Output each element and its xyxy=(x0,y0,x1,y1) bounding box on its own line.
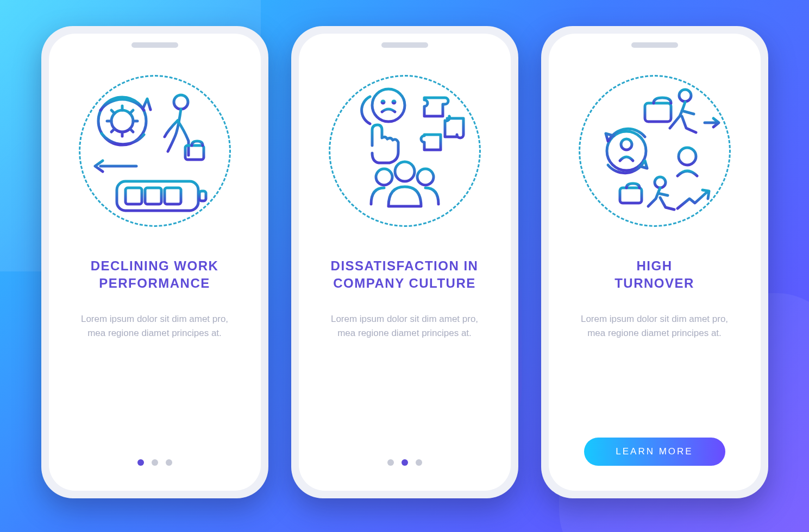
phone-row: DECLINING WORK PERFORMANCE Lorem ipsum d… xyxy=(0,26,809,498)
learn-more-button[interactable]: LEARN MORE xyxy=(584,438,725,466)
stage: DECLINING WORK PERFORMANCE Lorem ipsum d… xyxy=(0,0,809,532)
page-indicator xyxy=(137,459,172,472)
high-turnover-icon xyxy=(579,75,731,227)
screen-body: Lorem ipsum dolor sit dim amet pro, mea … xyxy=(573,312,736,341)
screen-body: Lorem ipsum dolor sit dim amet pro, mea … xyxy=(73,312,236,341)
onboarding-screen-1: DECLINING WORK PERFORMANCE Lorem ipsum d… xyxy=(49,34,261,491)
page-dot[interactable] xyxy=(402,459,408,466)
page-indicator xyxy=(387,459,422,472)
page-dot[interactable] xyxy=(387,459,394,466)
onboarding-screen-3: HIGH TURNOVER Lorem ipsum dolor sit dim … xyxy=(549,34,761,491)
page-dot[interactable] xyxy=(166,459,172,466)
screen-title: DISSATISFACTION IN COMPANY CULTURE xyxy=(331,257,479,293)
declining-performance-icon xyxy=(79,75,231,227)
dashed-circle-icon xyxy=(79,75,231,227)
page-dot[interactable] xyxy=(137,459,144,466)
page-dot[interactable] xyxy=(152,459,158,466)
page-dot[interactable] xyxy=(416,459,422,466)
screen-title: HIGH TURNOVER xyxy=(614,257,694,293)
phone-mockup: DECLINING WORK PERFORMANCE Lorem ipsum d… xyxy=(41,26,268,498)
screen-title: DECLINING WORK PERFORMANCE xyxy=(91,257,219,293)
dashed-circle-icon xyxy=(329,75,481,227)
dashed-circle-icon xyxy=(579,75,731,227)
screen-body: Lorem ipsum dolor sit dim amet pro, mea … xyxy=(323,312,486,341)
onboarding-screen-2: DISSATISFACTION IN COMPANY CULTURE Lorem… xyxy=(299,34,511,491)
phone-mockup: HIGH TURNOVER Lorem ipsum dolor sit dim … xyxy=(541,26,768,498)
phone-mockup: DISSATISFACTION IN COMPANY CULTURE Lorem… xyxy=(291,26,518,498)
dissatisfaction-icon xyxy=(329,75,481,227)
